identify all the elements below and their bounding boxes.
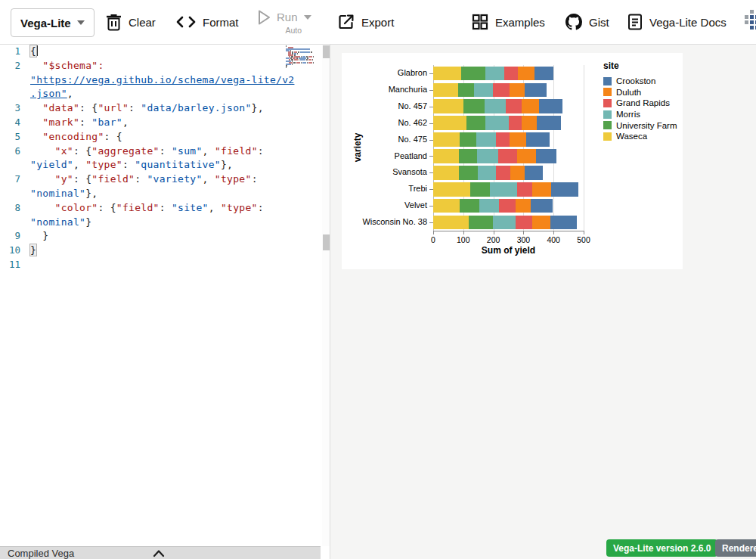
bar-row [433, 199, 553, 213]
editor-line[interactable]: "nominal"}, [0, 187, 322, 201]
editor-line[interactable]: "https://vega.github.io/schema/vega-lite… [0, 73, 322, 88]
bar-segment [433, 216, 469, 230]
editor-minimap[interactable] [286, 45, 321, 71]
bar-segment [516, 199, 530, 213]
clear-label: Clear [129, 16, 156, 29]
play-icon [258, 10, 271, 25]
bar-segment [539, 99, 563, 113]
grid-line [553, 65, 554, 231]
bar-segment [536, 149, 556, 163]
editor-line[interactable]: 1{ [0, 45, 322, 59]
bar-segment [433, 182, 470, 197]
x-tick [433, 231, 434, 234]
compiled-vega-toggle[interactable]: Compiled Vega [0, 546, 321, 559]
gist-button[interactable]: Gist [565, 0, 609, 44]
bar-row [433, 83, 547, 98]
legend-label: Crookston [616, 76, 655, 85]
legend-item: Morris [603, 109, 677, 120]
code-text[interactable]: "color": {"field": "site", "type": [30, 201, 322, 216]
editor-line[interactable]: 4 "mark": "bar", [0, 116, 322, 130]
legend-swatch [603, 99, 612, 107]
code-text[interactable]: "nominal"}, [30, 187, 322, 201]
x-axis-title: Sum of yield [433, 245, 584, 256]
schema-url-link[interactable]: "https://vega.github.io/schema/vega-lite… [30, 74, 294, 85]
run-chevron-down-icon [304, 15, 311, 20]
mode-selector-button[interactable]: Vega-Lite [11, 8, 94, 37]
x-tick-label: 400 [542, 235, 565, 244]
editor-scrollbar[interactable] [322, 44, 330, 546]
bar-segment [474, 83, 493, 98]
code-text[interactable] [30, 258, 322, 272]
idl-logo-icon[interactable] [745, 10, 756, 36]
docs-label: Vega-Lite Docs [649, 16, 727, 29]
export-button[interactable]: Export [338, 0, 394, 44]
code-text[interactable]: { [30, 45, 322, 59]
editor-line[interactable]: 9 } [0, 229, 322, 244]
bar-segment [522, 99, 538, 113]
editor-scrollbar-thumb[interactable] [323, 45, 330, 58]
code-text[interactable]: } [30, 244, 322, 258]
bar-segment [531, 199, 553, 213]
code-text[interactable]: "data": {"url": "data/barley.json"}, [30, 101, 322, 116]
grid-icon [472, 14, 488, 30]
legend-label: Waseca [616, 132, 647, 141]
chart: GlabronManchuriaNo. 457No. 462No. 475Pea… [342, 53, 683, 269]
editor-line[interactable]: 3 "data": {"url": "data/barley.json"}, [0, 101, 322, 116]
format-button[interactable]: Format [176, 0, 239, 44]
legend: siteCrookstonDuluthGrand RapidsMorrisUni… [603, 61, 677, 142]
export-icon [338, 14, 355, 30]
bar-row [433, 149, 556, 163]
chevron-down-icon [77, 20, 85, 25]
renderer-badge[interactable]: Rendere [715, 539, 756, 557]
pane-scrollbar-thumb[interactable] [323, 234, 330, 250]
code-text[interactable]: "$schema": [30, 59, 322, 73]
bar-segment [433, 199, 460, 213]
bar-segment [510, 132, 526, 147]
editor-line[interactable]: 5 "encoding": { [0, 130, 322, 144]
code-text[interactable]: "y": {"field": "variety", "type": [30, 172, 322, 187]
bar-segment [504, 67, 517, 81]
editor-line[interactable]: .json", [0, 87, 322, 101]
bar-segment [551, 182, 578, 197]
editor-line[interactable]: 6 "x": {"aggregate": "sum", "field": [0, 144, 322, 159]
x-tick [553, 231, 554, 234]
code-text[interactable]: "https://vega.github.io/schema/vega-lite… [30, 73, 322, 88]
bar-segment [516, 216, 532, 230]
editor-line[interactable]: 8 "color": {"field": "site", "type": [0, 201, 322, 216]
code-text[interactable]: .json", [30, 87, 322, 101]
run-button[interactable]: Run Auto [258, 0, 311, 44]
schema-url-link[interactable]: .json" [30, 88, 67, 99]
bar-segment [466, 116, 485, 130]
docs-button[interactable]: Vega-Lite Docs [627, 0, 727, 44]
line-number [0, 187, 30, 201]
editor-line[interactable]: 11 [0, 258, 322, 272]
code-text[interactable]: "nominal"} [30, 216, 322, 230]
editor-line[interactable]: "yield", "type": "quantitative"}, [0, 158, 322, 172]
line-number: 10 [0, 244, 30, 258]
bar-segment [509, 116, 522, 130]
bar-segment [493, 83, 510, 98]
editor-line[interactable]: 2 "$schema": [0, 59, 322, 73]
github-icon [565, 14, 582, 30]
examples-button[interactable]: Examples [472, 0, 545, 44]
gist-label: Gist [589, 16, 609, 29]
bar-segment [459, 149, 477, 163]
code-text[interactable]: } [30, 229, 322, 244]
code-text[interactable]: "yield", "type": "quantitative"}, [30, 158, 322, 172]
code-text[interactable]: "encoding": { [30, 130, 322, 144]
bar-row [433, 166, 543, 180]
editor-line[interactable]: 10} [0, 244, 322, 258]
bar-row [433, 99, 562, 113]
editor-line[interactable]: 7 "y": {"field": "variety", "type": [0, 172, 322, 187]
x-tick-label: 0 [422, 235, 445, 244]
code-text[interactable]: "x": {"aggregate": "sum", "field": [30, 144, 322, 159]
code-text[interactable]: "mark": "bar", [30, 116, 322, 130]
editor-line[interactable]: "nominal"} [0, 216, 322, 230]
clear-button[interactable]: Clear [106, 0, 156, 44]
bar-segment [532, 182, 552, 197]
version-badge[interactable]: Vega-Lite version 2.6.0 [606, 539, 717, 557]
spec-editor[interactable]: 1{2 "$schema":"https://vega.github.io/sc… [0, 44, 322, 546]
bar-segment [518, 67, 534, 81]
bar-segment [469, 216, 492, 230]
bar-segment [433, 99, 463, 113]
